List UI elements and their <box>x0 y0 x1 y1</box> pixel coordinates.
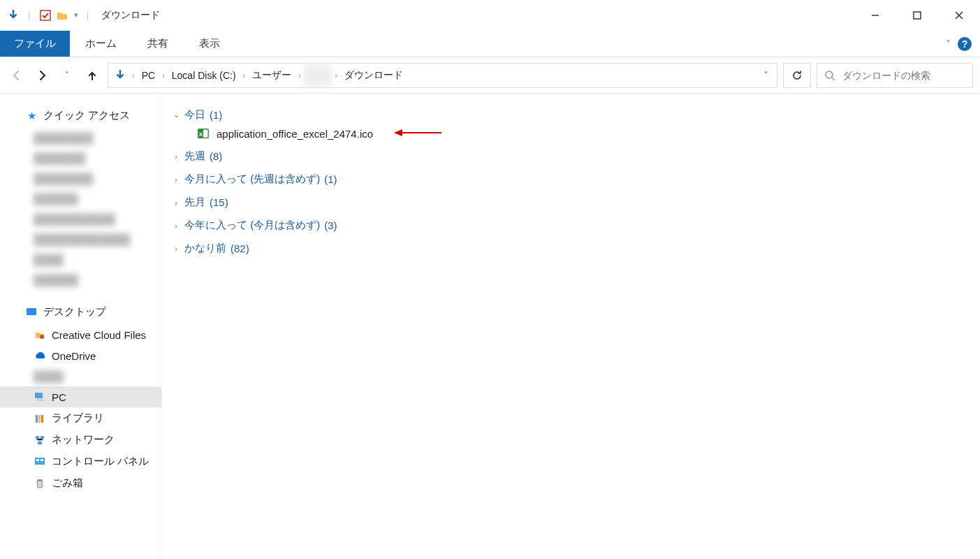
chevron-right-icon[interactable]: › <box>297 71 302 80</box>
sidebar-desktop[interactable]: デスクトップ <box>0 303 161 324</box>
chevron-right-icon: › <box>172 152 180 161</box>
breadcrumb-localdisk[interactable]: Local Disk (C:) <box>168 64 240 87</box>
sidebar-item-control-panel[interactable]: コントロール パネル <box>0 451 161 472</box>
group-name: 先月 <box>184 196 205 209</box>
breadcrumb-users[interactable]: ユーザー <box>248 64 295 87</box>
svg-rect-9 <box>35 393 43 398</box>
group-name: 今年に入って (今月は含めず) <box>184 219 320 232</box>
search-icon <box>824 70 835 81</box>
minimize-button[interactable] <box>854 0 896 31</box>
group-header[interactable]: › 今月に入って (先週は含めず) (1) <box>169 170 969 189</box>
group-count: (1) <box>210 109 222 121</box>
sidebar-item-blurred[interactable]: ██████ <box>0 189 161 209</box>
group-header[interactable]: ⌄ 今日 (1) <box>169 106 969 124</box>
svg-rect-13 <box>41 415 43 423</box>
chevron-right-icon: › <box>172 175 180 184</box>
group-header[interactable]: › 先週 (8) <box>169 147 969 166</box>
sidebar-item-libraries[interactable]: ライブラリ <box>0 407 161 429</box>
chevron-right-icon: › <box>172 245 180 253</box>
svg-rect-20 <box>38 479 42 481</box>
search-box[interactable] <box>817 63 973 88</box>
sidebar-item-blurred[interactable]: ████ <box>0 249 161 270</box>
svg-point-8 <box>40 335 44 339</box>
file-tab[interactable]: ファイル <box>0 31 70 57</box>
back-button[interactable] <box>7 66 27 85</box>
chevron-down-icon: ⌄ <box>172 110 180 119</box>
separator: | <box>87 10 89 21</box>
group-last-week: › 先週 (8) <box>169 145 969 168</box>
tab-home[interactable]: ホーム <box>70 31 132 57</box>
sidebar-item-network[interactable]: ネットワーク <box>0 429 161 451</box>
sidebar-label: PC <box>52 391 66 403</box>
group-header[interactable]: › 今年に入って (今月は含めず) (3) <box>169 216 969 235</box>
group-count: (15) <box>210 196 228 208</box>
help-icon[interactable]: ? <box>958 37 972 51</box>
svg-rect-2 <box>914 12 921 19</box>
forward-button[interactable] <box>32 66 52 85</box>
download-arrow-icon <box>7 9 20 22</box>
group-header[interactable]: › かなり前 (82) <box>169 239 969 258</box>
onedrive-icon <box>34 349 46 362</box>
annotation-arrow-icon <box>394 128 443 140</box>
title-bar: | ▾ | ダウンロード <box>0 0 980 31</box>
chevron-right-icon[interactable]: › <box>161 71 166 80</box>
group-name: 今月に入って (先週は含めず) <box>184 173 320 186</box>
tab-view[interactable]: 表示 <box>184 31 235 57</box>
group-count: (82) <box>231 242 249 254</box>
file-name: application_office_excel_2474.ico <box>217 128 373 140</box>
sidebar-label: デスクトップ <box>43 305 106 319</box>
sidebar-item-blurred[interactable]: ███████ <box>0 148 161 168</box>
sidebar-item-blurred[interactable]: █████████████ <box>0 229 161 249</box>
svg-rect-10 <box>37 399 44 401</box>
group-name: 先週 <box>184 150 205 163</box>
folder-icon[interactable] <box>56 9 68 22</box>
search-input[interactable] <box>842 70 965 81</box>
sidebar-item-onedrive[interactable]: OneDrive <box>0 345 161 366</box>
desktop-icon <box>25 306 38 319</box>
close-button[interactable] <box>938 0 980 31</box>
svg-rect-18 <box>36 459 39 461</box>
sidebar-item-blurred[interactable]: ████ <box>0 366 161 386</box>
sidebar-label: クイック アクセス <box>43 109 130 122</box>
libraries-icon <box>34 412 46 425</box>
group-header[interactable]: › 先月 (15) <box>169 193 969 212</box>
breadcrumb-user[interactable] <box>304 64 332 87</box>
qa-dropdown-icon[interactable]: ▾ <box>73 10 78 20</box>
address-dropdown-icon[interactable]: ˅ <box>757 70 774 81</box>
group-today: ⌄ 今日 (1) X application_office_excel_2474… <box>169 103 969 145</box>
sidebar-quick-access[interactable]: ★ クイック アクセス <box>0 106 161 128</box>
refresh-button[interactable] <box>783 63 811 88</box>
sidebar-item-blurred[interactable]: ████████ <box>0 168 161 189</box>
group-count: (8) <box>210 150 222 162</box>
chevron-right-icon[interactable]: › <box>333 71 339 80</box>
up-button[interactable] <box>82 66 102 85</box>
address-bar[interactable]: › PC › Local Disk (C:) › ユーザー › › ダウンロード… <box>108 63 777 88</box>
group-count: (1) <box>324 173 337 185</box>
tab-share[interactable]: 共有 <box>132 31 184 57</box>
ribbon-collapse-icon[interactable]: ˅ <box>946 38 951 50</box>
sidebar-item-blurred[interactable]: ████████ <box>0 128 161 148</box>
breadcrumb-downloads[interactable]: ダウンロード <box>340 64 407 87</box>
svg-rect-16 <box>38 442 42 444</box>
chevron-right-icon[interactable]: › <box>131 71 136 80</box>
sidebar-item-blurred[interactable]: ██████ <box>0 270 161 290</box>
sidebar-label: ネットワーク <box>52 433 115 447</box>
group-a-long-time-ago: › かなり前 (82) <box>169 237 969 260</box>
recent-dropdown-icon[interactable]: ˅ <box>57 66 77 85</box>
control-panel-icon <box>34 456 46 468</box>
sidebar-item-recycle-bin[interactable]: ごみ箱 <box>0 472 161 494</box>
sidebar-item-creative-cloud[interactable]: Creative Cloud Files <box>0 324 161 345</box>
svg-rect-14 <box>36 436 39 439</box>
maximize-button[interactable] <box>896 0 938 31</box>
breadcrumb-pc[interactable]: PC <box>138 64 159 87</box>
download-folder-icon <box>114 69 126 82</box>
chevron-right-icon: › <box>172 198 180 207</box>
chevron-right-icon[interactable]: › <box>242 71 247 80</box>
ribbon: ファイル ホーム 共有 表示 ˅ ? <box>0 31 980 57</box>
file-item[interactable]: X application_office_excel_2474.ico <box>169 124 969 143</box>
sidebar-item-pc[interactable]: PC <box>0 386 161 407</box>
checkbox-icon[interactable] <box>39 9 52 22</box>
sidebar-item-blurred[interactable]: ███████████ <box>0 209 161 229</box>
creative-cloud-icon <box>34 328 46 341</box>
svg-rect-19 <box>41 459 43 461</box>
